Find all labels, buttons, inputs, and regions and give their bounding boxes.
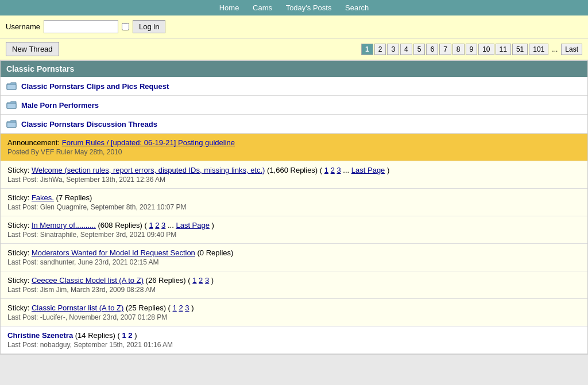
thread-page-6-1[interactable]: 1 [173,304,177,312]
page-4[interactable]: 4 [400,44,412,55]
thread-ellipsis-3: ... [168,221,176,230]
thread-replies-2: (7 Replies) [56,193,92,202]
thread-row-ceecee: Sticky: Ceecee Classic Model list (A to … [1,271,587,299]
thread-replies-5: (26 Replies) ( [146,276,193,285]
thread-page-1-3[interactable]: 3 [336,166,341,174]
login-button[interactable]: Log in [133,20,165,33]
folder-icon-3 [6,119,17,129]
page-9[interactable]: 9 [466,44,478,55]
thread-page-6-2[interactable]: 2 [179,304,183,312]
nav-cams[interactable]: Cams [253,3,272,12]
category-clips-pics[interactable]: Classic Pornstars Clips and Pics Request [1,77,587,96]
thread-replies-1: (1,660 Replies) ( [267,166,324,174]
thread-title-ceecee: Sticky: Ceecee Classic Model list (A to … [7,276,581,285]
thread-page-3-3[interactable]: 3 [161,221,165,230]
sticky-prefix-2: Sticky: [7,193,32,202]
nav-home[interactable]: Home [219,3,239,12]
category-male-performers-link[interactable]: Male Porn Performers [21,101,99,110]
thread-last-page-1[interactable]: Last Page [351,166,385,174]
thread-title-classic-list: Sticky: Classic Pornstar list (A to Z) (… [7,304,581,312]
thread-meta-5: Last Post: Jism Jim, March 23rd, 2009 08… [7,286,581,294]
section-title: Classic Pornstars [6,64,74,73]
thread-replies-6: (25 Replies) ( [126,304,173,312]
thread-row-classic-list: Sticky: Classic Pornstar list (A to Z) (… [1,299,587,326]
thread-link-memory[interactable]: In Memory of.......... [32,221,96,230]
thread-page-3-1[interactable]: 1 [149,221,153,230]
thread-close-3: ) [212,221,214,230]
page-101[interactable]: 101 [529,44,548,55]
thread-page-1-1[interactable]: 1 [324,166,328,174]
pagination: 1 2 3 4 5 6 7 8 9 10 11 51 101 ... Last [361,44,582,55]
thread-meta-3: Last Post: Sinatraphile, September 3rd, … [7,231,581,239]
page-2[interactable]: 2 [374,44,386,55]
thread-row-memory: Sticky: In Memory of.......... (608 Repl… [1,216,587,244]
remember-checkbox[interactable] [122,23,129,30]
thread-row-moderators: Sticky: Moderators Wanted for Model Id R… [1,244,587,271]
toolbar: New Thread 1 2 3 4 5 6 7 8 9 10 11 51 10… [0,38,588,60]
category-discussion[interactable]: Classic Pornstars Discussion Threads [1,115,587,134]
page-8[interactable]: 8 [452,44,465,55]
page-1[interactable]: 1 [361,44,373,55]
username-label: Username [6,22,40,31]
announcement-posted-by: Posted By VEF Ruler May 28th, 2010 [7,148,581,156]
category-male-performers[interactable]: Male Porn Performers [1,96,587,115]
thread-close-paren-1: ) [387,166,389,174]
thread-title-christine: Christine Szenetra (14 Replies) ( 1 2 ) [7,331,581,340]
page-3[interactable]: 3 [387,44,399,55]
thread-page-3-2[interactable]: 2 [155,221,159,230]
sticky-prefix-5: Sticky: [7,276,32,285]
thread-page-5-1[interactable]: 1 [192,276,196,285]
thread-link-ceecee[interactable]: Ceecee Classic Model list (A to Z) [32,276,144,285]
thread-page-6-3[interactable]: 3 [185,304,189,312]
thread-meta-4: Last Post: sandhunter, June 23rd, 2021 0… [7,258,581,266]
thread-meta-2: Last Post: Glen Quagmire, September 8th,… [7,203,581,211]
svg-rect-3 [7,103,16,108]
nav-search[interactable]: Search [345,3,369,12]
thread-page-5-2[interactable]: 2 [199,276,203,285]
thread-page-5-3[interactable]: 3 [205,276,209,285]
thread-replies-4: (0 Replies) [197,248,233,257]
thread-link-moderators[interactable]: Moderators Wanted for Model Id Request S… [32,248,195,257]
svg-rect-5 [7,122,16,127]
username-input[interactable] [44,20,118,33]
thread-close-5: ) [211,276,214,285]
page-ellipsis: ... [550,44,560,55]
thread-row-christine: Christine Szenetra (14 Replies) ( 1 2 ) … [1,326,587,354]
thread-link-classic-list[interactable]: Classic Pornstar list (A to Z) [32,304,123,312]
page-6[interactable]: 6 [426,44,438,55]
thread-title-welcome: Sticky: Welcome (section rules, report e… [7,166,581,174]
page-last[interactable]: Last [561,44,582,55]
svg-rect-1 [7,84,16,90]
thread-page-1-2[interactable]: 2 [331,166,335,174]
thread-meta-1: Last Post: JishWa, September 13th, 2021 … [7,176,581,184]
folder-icon-2 [6,100,17,110]
thread-link-christine[interactable]: Christine Szenetra [7,331,73,340]
thread-row-welcome: Sticky: Welcome (section rules, report e… [1,161,587,189]
thread-page-c-1[interactable]: 1 [122,331,126,340]
main-container: Classic Pornstars Classic Pornstars Clip… [0,60,588,355]
sticky-prefix-3: Sticky: [7,221,32,230]
thread-link-fakes[interactable]: Fakes. [32,193,54,202]
section-header: Classic Pornstars [1,61,587,77]
sticky-prefix-6: Sticky: [7,304,32,312]
thread-close-c: ) [134,331,137,340]
page-51[interactable]: 51 [512,44,528,55]
thread-meta-christine: Last Post: nobadguy, September 15th, 202… [7,341,581,349]
sticky-prefix-1: Sticky: [7,166,32,174]
nav-todays-posts[interactable]: Today's Posts [286,3,332,12]
new-thread-button[interactable]: New Thread [6,42,59,56]
thread-last-page-3[interactable]: Last Page [176,221,210,230]
page-11[interactable]: 11 [496,44,511,55]
top-navigation: Home Cams Today's Posts Search [0,0,588,15]
page-7[interactable]: 7 [439,44,451,55]
thread-link-welcome[interactable]: Welcome (section rules, report errors, d… [32,166,265,174]
announcement-row: Announcement: Forum Rules / [updated: 06… [1,134,587,161]
page-5[interactable]: 5 [413,44,425,55]
thread-replies-3: (608 Replies) ( [98,221,149,230]
announcement-link[interactable]: Forum Rules / [updated: 06-19-21] Postin… [62,138,235,147]
page-10[interactable]: 10 [478,44,494,55]
thread-replies-christine: (14 Replies) ( [75,331,122,340]
thread-page-c-2[interactable]: 2 [128,331,132,340]
category-discussion-link[interactable]: Classic Pornstars Discussion Threads [21,120,157,129]
category-clips-pics-link[interactable]: Classic Pornstars Clips and Pics Request [21,82,169,91]
